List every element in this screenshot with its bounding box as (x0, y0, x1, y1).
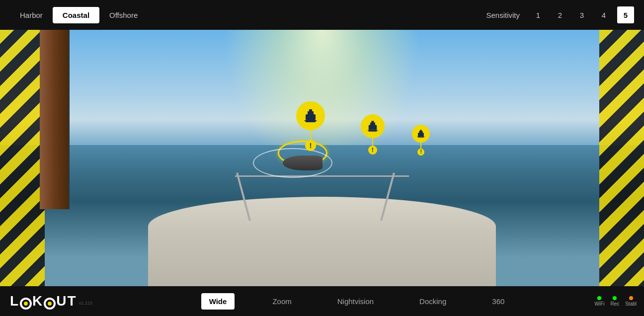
version-label: v1.123 (79, 301, 92, 306)
view-mode-selector: Wide Zoom Nightvision Docking 360 (129, 293, 584, 310)
logo-o-circle (20, 298, 32, 310)
ship-detection-2[interactable]: ! (361, 114, 385, 155)
wifi-indicator (597, 296, 601, 300)
boat-deck (148, 197, 496, 286)
speedboat (283, 156, 322, 170)
wide-view-btn[interactable]: Wide (201, 293, 235, 310)
sensitivity-3-btn[interactable]: 3 (573, 6, 590, 23)
svg-rect-6 (371, 121, 374, 124)
warning-badge-3: ! (417, 149, 424, 156)
stabl-indicator (629, 296, 633, 300)
logo-area: L K UT v1.123 (0, 293, 129, 310)
logo-o2 (43, 293, 56, 310)
marker-line-3 (420, 143, 421, 149)
top-navigation: Harbor Coastal Offshore Sensitivity 1 2 … (0, 0, 644, 30)
rec-status: Rec (610, 296, 619, 307)
main-camera-view: ! ! ! (0, 30, 644, 286)
logo-target-dot-2 (48, 302, 52, 306)
sensitivity-label: Sensitivity (486, 11, 520, 19)
wifi-status: WiFi (594, 296, 604, 307)
ship-icon-3 (412, 125, 430, 143)
coastal-mode-btn[interactable]: Coastal (53, 7, 99, 23)
mode-selector: Harbor Coastal Offshore (0, 7, 476, 23)
sensitivity-4-btn[interactable]: 4 (595, 6, 612, 23)
marker-line-2 (372, 138, 373, 146)
ship-svg-2 (366, 119, 380, 133)
warning-badge-2: ! (368, 146, 377, 155)
marker-line-1 (310, 130, 311, 140)
wifi-label: WiFi (594, 301, 604, 307)
sensitivity-1-btn[interactable]: 1 (530, 6, 547, 23)
bottom-navigation: L K UT v1.123 Wide Zoom Nightvision Dock… (0, 286, 644, 316)
warning-badge-1: ! (305, 140, 316, 151)
ship-svg-3 (416, 129, 426, 139)
logo-o-circle-2 (44, 298, 56, 310)
svg-rect-10 (420, 130, 422, 132)
svg-marker-7 (367, 130, 378, 132)
nightvision-view-btn[interactable]: Nightvision (329, 293, 382, 310)
offshore-mode-btn[interactable]: Offshore (99, 7, 148, 23)
rec-label: Rec (610, 301, 619, 307)
sensitivity-2-btn[interactable]: 2 (552, 6, 568, 23)
sensitivity-control: Sensitivity 1 2 3 4 5 (476, 6, 644, 23)
ship-svg-1 (302, 107, 319, 124)
stabl-label: Stabl (625, 301, 637, 307)
dock-structure (40, 30, 70, 209)
stabl-status: Stabl (625, 296, 637, 307)
svg-marker-3 (304, 120, 317, 122)
speedboat-wake (253, 148, 332, 178)
sensitivity-5-btn[interactable]: 5 (617, 6, 634, 23)
ship-detection-1[interactable]: ! (296, 101, 325, 151)
boat-horizontal-rail (235, 175, 409, 177)
360-view-btn[interactable]: 360 (484, 293, 512, 310)
status-indicators: WiFi Rec Stabl (584, 296, 644, 307)
logo-look: L (10, 293, 19, 309)
sensitivity-buttons: 1 2 3 4 5 (530, 6, 634, 23)
logo-kout: K (32, 293, 43, 309)
svg-rect-2 (309, 109, 312, 112)
warning-edge-left (0, 30, 45, 286)
logo-o1 (19, 293, 32, 310)
zoom-view-btn[interactable]: Zoom (264, 293, 299, 310)
warning-edge-right (599, 30, 644, 286)
ship-icon-2 (361, 114, 385, 138)
ship-detection-3[interactable]: ! (412, 125, 430, 156)
rec-indicator (613, 296, 617, 300)
svg-marker-11 (417, 136, 425, 137)
logo-target-dot (24, 302, 28, 306)
logo: L K UT (10, 293, 77, 310)
harbor-mode-btn[interactable]: Harbor (10, 7, 53, 23)
ship-icon-1 (296, 101, 325, 130)
docking-view-btn[interactable]: Docking (411, 293, 454, 310)
logo-ut: UT (56, 293, 77, 309)
